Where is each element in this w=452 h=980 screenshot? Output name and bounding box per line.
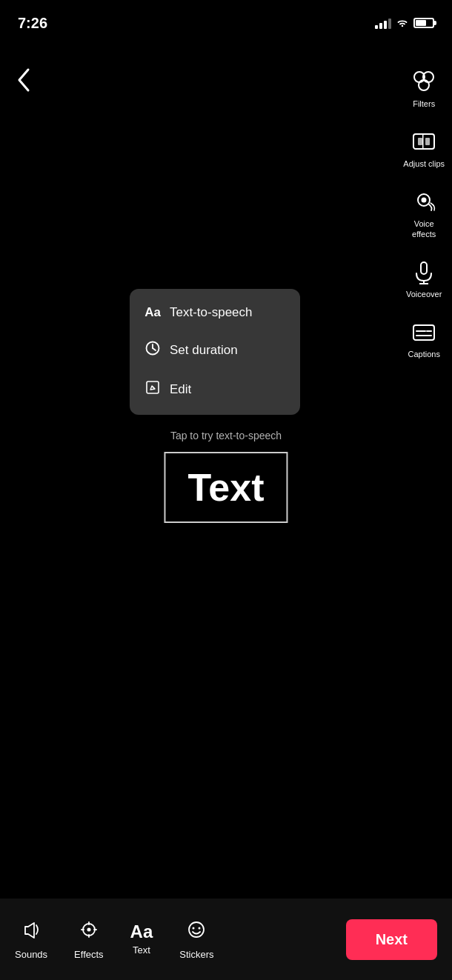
captions-label: Captions xyxy=(408,350,439,359)
svg-rect-5 xyxy=(418,138,422,145)
text-icon: Aa xyxy=(130,923,153,941)
right-sidebar: Filters Adjust clips Voice effects xyxy=(403,67,445,359)
stickers-icon xyxy=(186,919,207,945)
svg-rect-4 xyxy=(422,134,424,149)
edit-item[interactable]: Edit xyxy=(130,370,300,409)
hint-text: Tap to try text-to-speech xyxy=(170,430,282,441)
status-time: 7:26 xyxy=(18,15,47,32)
back-button[interactable] xyxy=(15,67,31,99)
svg-point-27 xyxy=(193,927,195,929)
battery-icon xyxy=(413,18,434,28)
filters-icon xyxy=(409,67,439,96)
svg-line-18 xyxy=(153,348,156,350)
voice-effects-icon xyxy=(409,187,439,216)
context-menu: Aa Text-to-speech Set duration Edit xyxy=(130,289,300,415)
status-bar: 7:26 xyxy=(0,0,452,37)
svg-rect-3 xyxy=(413,134,434,149)
set-duration-icon xyxy=(144,341,161,359)
effects-tool[interactable]: Effects xyxy=(74,919,104,960)
voice-effects-label: Voice effects xyxy=(412,219,436,239)
wifi-icon xyxy=(396,18,409,28)
text-to-speech-item[interactable]: Aa Text-to-speech xyxy=(130,295,300,330)
edit-icon xyxy=(144,380,161,399)
bottom-toolbar: Sounds Effects Aa Text xyxy=(0,899,452,980)
stickers-label: Stickers xyxy=(179,949,213,960)
svg-point-8 xyxy=(422,198,427,203)
effects-label: Effects xyxy=(74,949,104,960)
text-label: Text xyxy=(133,944,150,956)
svg-point-28 xyxy=(199,927,201,929)
adjust-clips-label: Adjust clips xyxy=(403,159,445,169)
svg-rect-6 xyxy=(425,138,430,145)
svg-rect-19 xyxy=(147,381,159,393)
text-tool[interactable]: Aa Text xyxy=(130,923,153,956)
next-button[interactable]: Next xyxy=(346,919,437,960)
text-to-speech-icon: Aa xyxy=(144,305,161,320)
set-duration-label: Set duration xyxy=(170,343,238,358)
bottom-tools: Sounds Effects Aa Text xyxy=(15,919,346,960)
status-icons xyxy=(375,17,434,29)
adjust-clips-tool[interactable]: Adjust clips xyxy=(403,127,445,169)
svg-point-21 xyxy=(87,927,90,931)
voiceover-tool[interactable]: Voiceover xyxy=(406,257,442,299)
edit-label: Edit xyxy=(170,382,191,397)
adjust-clips-icon xyxy=(409,127,439,156)
canvas-text-element[interactable]: Text xyxy=(164,452,288,523)
captions-icon xyxy=(409,317,439,347)
filters-tool[interactable]: Filters xyxy=(409,67,439,109)
sounds-tool[interactable]: Sounds xyxy=(15,919,47,960)
sounds-label: Sounds xyxy=(15,949,47,960)
voiceover-icon xyxy=(409,257,439,287)
text-to-speech-label: Text-to-speech xyxy=(170,305,253,320)
filters-label: Filters xyxy=(413,99,435,109)
stickers-tool[interactable]: Stickers xyxy=(179,919,213,960)
captions-tool[interactable]: Captions xyxy=(408,317,439,359)
svg-point-2 xyxy=(419,80,429,90)
voiceover-label: Voiceover xyxy=(406,290,442,299)
svg-rect-12 xyxy=(413,325,434,340)
voice-effects-tool[interactable]: Voice effects xyxy=(409,187,439,239)
sounds-icon xyxy=(21,919,41,945)
signal-icon xyxy=(375,17,391,29)
effects-icon xyxy=(79,919,99,945)
svg-point-26 xyxy=(189,922,204,937)
set-duration-item[interactable]: Set duration xyxy=(130,330,300,370)
svg-rect-9 xyxy=(421,262,427,274)
